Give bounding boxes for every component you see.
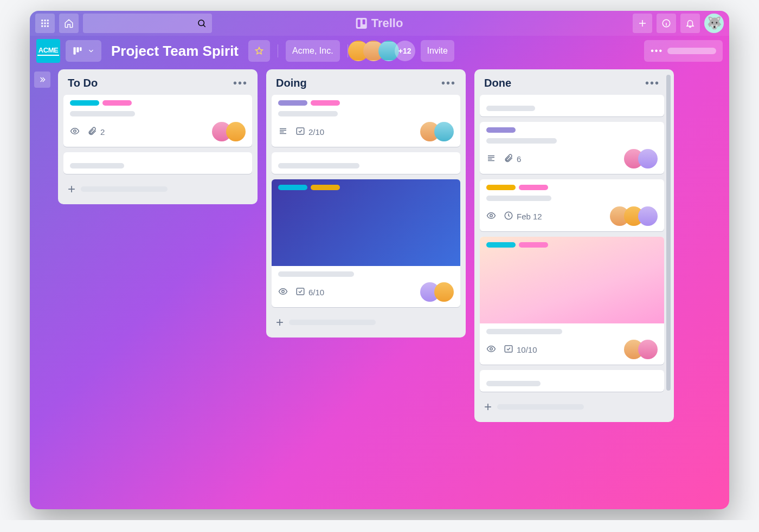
workspace-logo[interactable]: ACME bbox=[36, 39, 60, 63]
card-badges: 10/10 bbox=[486, 344, 537, 355]
svg-point-16 bbox=[282, 290, 285, 293]
card-member-avatar[interactable] bbox=[638, 149, 658, 168]
card-label[interactable] bbox=[278, 185, 307, 190]
info-button[interactable] bbox=[657, 14, 676, 33]
board-members[interactable]: +12 bbox=[353, 41, 415, 61]
card-label[interactable] bbox=[486, 185, 516, 190]
card[interactable]: 10/10 bbox=[480, 237, 664, 365]
create-button[interactable] bbox=[633, 14, 652, 33]
svg-point-9 bbox=[198, 20, 204, 26]
card[interactable]: 2 bbox=[63, 95, 252, 147]
card-footer: 2/10 bbox=[278, 122, 454, 141]
card-members bbox=[426, 282, 454, 302]
checklist-icon bbox=[295, 287, 305, 298]
star-icon bbox=[254, 46, 264, 56]
separator bbox=[278, 44, 278, 57]
card-label[interactable] bbox=[311, 185, 340, 190]
svg-rect-0 bbox=[41, 20, 43, 21]
list-title[interactable]: Doing bbox=[276, 77, 307, 89]
placeholder bbox=[289, 320, 376, 325]
description-icon bbox=[278, 126, 288, 138]
card[interactable]: Feb 12 bbox=[480, 179, 664, 231]
board-title[interactable]: Project Team Spirit bbox=[107, 43, 243, 60]
star-button[interactable] bbox=[248, 40, 270, 62]
trello-logo-icon bbox=[356, 18, 367, 29]
plus-icon: + bbox=[484, 400, 492, 413]
card[interactable] bbox=[480, 95, 664, 116]
list-header: To Do••• bbox=[63, 75, 252, 89]
invite-button[interactable]: Invite bbox=[421, 40, 454, 62]
home-button[interactable] bbox=[59, 14, 79, 33]
watch-badge bbox=[486, 211, 496, 222]
placeholder bbox=[497, 404, 584, 410]
team-button[interactable]: Acme, Inc. bbox=[286, 40, 340, 62]
card-label[interactable] bbox=[311, 100, 340, 106]
placeholder bbox=[667, 48, 716, 54]
list-menu-button[interactable]: ••• bbox=[233, 77, 248, 89]
checklist-icon bbox=[295, 126, 305, 138]
lists-container: To Do•••2+Doing•••2/106/10+Done•••6Feb 1… bbox=[58, 66, 679, 509]
user-avatar[interactable]: 🐺 bbox=[704, 14, 724, 33]
app-name: Trello bbox=[371, 16, 403, 30]
board-switcher[interactable] bbox=[66, 40, 101, 62]
svg-rect-1 bbox=[44, 20, 46, 21]
list-menu-button[interactable]: ••• bbox=[441, 77, 456, 89]
card[interactable] bbox=[272, 152, 460, 174]
search-bar[interactable] bbox=[83, 14, 212, 33]
svg-rect-17 bbox=[297, 288, 304, 295]
apps-button[interactable] bbox=[35, 14, 55, 33]
card-title-placeholder bbox=[278, 271, 354, 277]
svg-point-18 bbox=[490, 214, 493, 217]
board-menu-button[interactable]: ••• bbox=[644, 40, 723, 62]
plus-icon bbox=[638, 18, 647, 28]
list-title[interactable]: Done bbox=[484, 77, 511, 89]
card-member-avatar[interactable] bbox=[638, 340, 658, 359]
card-label[interactable] bbox=[102, 100, 132, 106]
card[interactable] bbox=[63, 152, 252, 174]
card-label[interactable] bbox=[519, 242, 548, 248]
card-footer: 2 bbox=[70, 122, 246, 141]
svg-rect-15 bbox=[297, 128, 304, 134]
card[interactable]: 6/10 bbox=[272, 179, 460, 307]
list-menu-button[interactable]: ••• bbox=[645, 77, 660, 89]
sidebar bbox=[30, 66, 58, 509]
sidebar-expand-button[interactable] bbox=[34, 72, 50, 88]
card[interactable]: 2/10 bbox=[272, 95, 460, 147]
add-card-button[interactable]: + bbox=[272, 313, 460, 332]
card-label[interactable] bbox=[486, 242, 516, 248]
apps-icon bbox=[40, 18, 50, 28]
board-bar: ACME Project Team Spirit Acme, Inc. +12 … bbox=[30, 36, 729, 66]
card-member-avatar[interactable] bbox=[434, 122, 454, 141]
card-badges: Feb 12 bbox=[486, 211, 542, 222]
add-card-button[interactable]: + bbox=[480, 397, 664, 417]
card-cover bbox=[272, 179, 460, 266]
card-label[interactable] bbox=[70, 100, 99, 106]
card-member-avatar[interactable] bbox=[638, 206, 658, 226]
checklist-icon bbox=[504, 344, 513, 355]
attachments-badge: 2 bbox=[87, 126, 105, 138]
card-labels bbox=[486, 185, 658, 190]
watch-badge bbox=[278, 287, 288, 298]
card-labels bbox=[278, 185, 454, 190]
card-member-avatar[interactable] bbox=[226, 122, 246, 141]
card-member-avatar[interactable] bbox=[434, 282, 454, 302]
card-members bbox=[629, 340, 658, 359]
svg-rect-3 bbox=[41, 23, 43, 24]
add-card-button[interactable]: + bbox=[63, 179, 252, 199]
card-label[interactable] bbox=[278, 100, 307, 106]
brand: Trello bbox=[356, 16, 403, 30]
card-label[interactable] bbox=[486, 127, 516, 133]
svg-rect-12 bbox=[76, 47, 79, 52]
card-label[interactable] bbox=[519, 185, 548, 190]
member-overflow[interactable]: +12 bbox=[395, 41, 415, 61]
card[interactable]: 6 bbox=[480, 122, 664, 174]
card-members bbox=[426, 122, 454, 141]
notifications-button[interactable] bbox=[680, 14, 700, 33]
home-icon bbox=[64, 18, 74, 28]
card[interactable] bbox=[480, 370, 664, 392]
svg-rect-4 bbox=[44, 23, 46, 24]
list: To Do•••2+ bbox=[58, 69, 258, 204]
svg-rect-13 bbox=[80, 47, 81, 51]
card-title-placeholder bbox=[486, 196, 551, 201]
list-title[interactable]: To Do bbox=[68, 77, 98, 89]
